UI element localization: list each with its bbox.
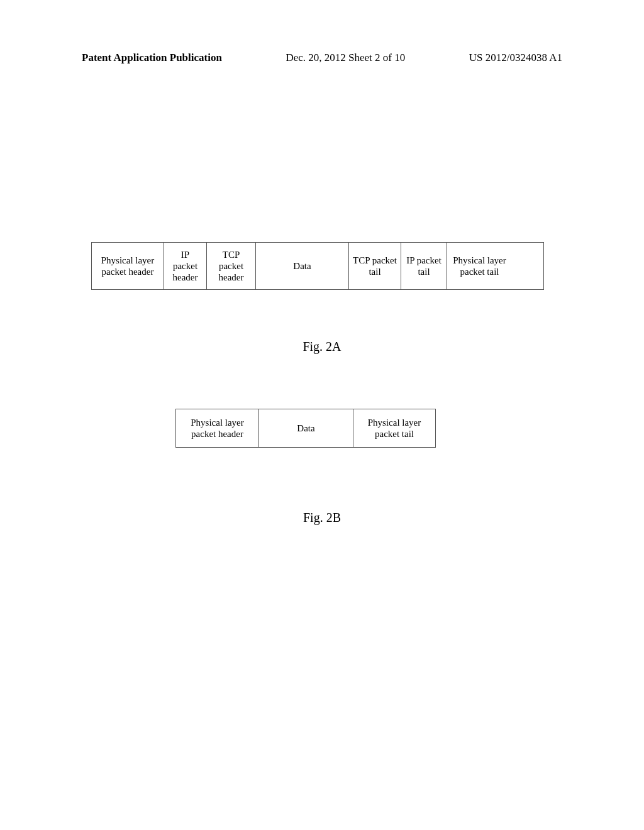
page-header: Patent Application Publication Dec. 20, … [82,52,562,64]
figure-2b-caption: Fig. 2B [0,511,644,525]
figure-2a-caption: Fig. 2A [0,340,644,354]
fig2a-cell-tcp-tail: TCP packet tail [349,243,401,289]
cell-line: TCP packet [211,249,252,272]
cell-line: packet tail [375,428,414,440]
cell-line: Data [293,260,311,272]
cell-line: packet header [102,266,154,277]
fig2a-cell-tcp-header: TCP packet header [207,243,256,289]
cell-line: Physical layer [191,417,244,428]
cell-line: Physical layer [101,255,155,266]
cell-line: packet header [191,428,243,440]
fig2b-cell-data: Data [259,409,353,447]
cell-line: Physical layer [453,255,506,266]
fig2a-cell-data: Data [256,243,349,289]
cell-line: packet tail [460,266,499,277]
cell-line: header [173,272,198,283]
fig2b-cell-physical-header: Physical layer packet header [176,409,259,447]
header-patent-number: US 2012/0324038 A1 [469,52,562,64]
cell-line: Physical layer [368,417,421,428]
cell-line: TCP packet [353,255,397,266]
cell-line: Data [297,423,314,434]
cell-line: IP packet [406,255,441,266]
figure-2b-diagram: Physical layer packet header Data Physic… [175,409,436,448]
cell-line: IP packet [168,249,203,272]
header-publication-label: Patent Application Publication [82,52,222,64]
fig2b-cell-physical-tail: Physical layer packet tail [353,409,435,447]
cell-line: header [219,272,244,283]
fig2a-cell-physical-tail: Physical layer packet tail [447,243,512,289]
fig2a-cell-physical-header: Physical layer packet header [92,243,164,289]
fig2a-cell-ip-header: IP packet header [164,243,207,289]
cell-line: tail [369,266,380,277]
fig2a-cell-ip-tail: IP packet tail [401,243,447,289]
header-date-sheet: Dec. 20, 2012 Sheet 2 of 10 [286,52,405,64]
cell-line: tail [418,266,430,277]
figure-2a-diagram: Physical layer packet header IP packet h… [91,242,544,290]
